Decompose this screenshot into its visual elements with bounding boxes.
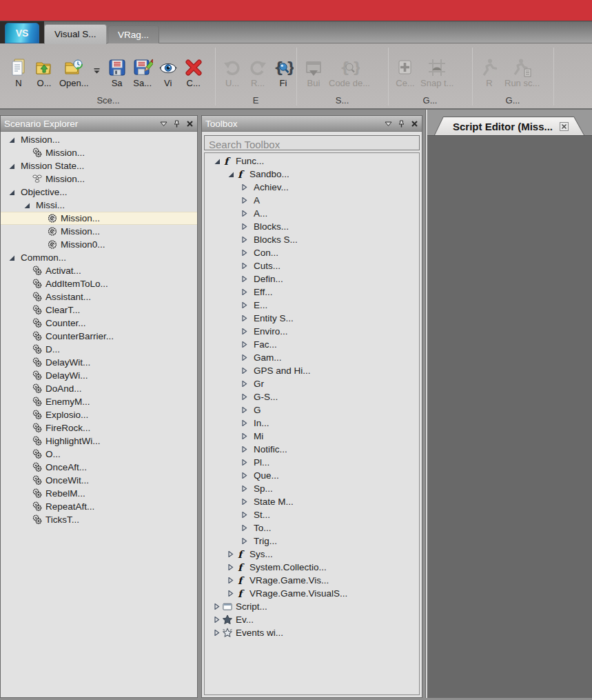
tree-item-mission0[interactable]: Mission0... — [1, 238, 197, 251]
expander-collapsed-icon[interactable] — [239, 263, 249, 269]
tree-item-missi[interactable]: Missi... — [1, 199, 197, 212]
script-editor-content[interactable] — [427, 135, 592, 698]
tree-item-ev[interactable]: Ev... — [205, 613, 419, 626]
tree-item-defin[interactable]: Defin... — [205, 272, 419, 286]
tree-item-con[interactable]: Con... — [205, 246, 419, 259]
window-position-icon[interactable] — [385, 120, 392, 128]
tree-item-mission-state[interactable]: Mission State... — [1, 159, 197, 172]
expander-collapsed-icon[interactable] — [239, 472, 249, 479]
expander-expanded-icon[interactable] — [212, 158, 222, 165]
expander-collapsed-icon[interactable] — [239, 250, 249, 256]
tree-item-counter[interactable]: Counter... — [1, 317, 197, 330]
tree-item-counterbarrier[interactable]: CounterBarrier... — [1, 330, 197, 343]
tree-item-vrage-game-visuals[interactable]: fVRage.Game.VisualS... — [205, 587, 419, 600]
tree-item-system-collectio[interactable]: fSystem.Collectio... — [205, 561, 419, 574]
tree-item-pl[interactable]: Pl... — [205, 456, 419, 469]
expander-collapsed-icon[interactable] — [239, 433, 249, 439]
app-logo-button[interactable]: VS — [5, 23, 39, 43]
ribbon-tab-visual-scripting[interactable]: Visual S... — [44, 24, 107, 44]
toolbox-search-input[interactable] — [205, 136, 419, 150]
ribbon-button-open[interactable]: Open... — [59, 57, 89, 88]
tree-item-objective[interactable]: Objective... — [1, 186, 197, 199]
expander-collapsed-icon[interactable] — [239, 446, 249, 452]
tree-item-sys[interactable]: fSys... — [205, 548, 419, 561]
ribbon-button-c[interactable]: C... — [183, 57, 204, 88]
tree-item-g-s[interactable]: G-S... — [205, 390, 419, 403]
expander-collapsed-icon[interactable] — [225, 577, 236, 583]
tree-item-repeataft[interactable]: RepeatAft... — [1, 500, 197, 513]
tree-item-a[interactable]: A — [205, 194, 419, 207]
pin-icon[interactable] — [398, 120, 405, 128]
ribbon-button-vi[interactable]: Vi — [158, 57, 178, 88]
tree-item-mission[interactable]: Mission... — [1, 172, 197, 186]
tree-item-mi[interactable]: Mi — [205, 430, 419, 443]
expander-collapsed-icon[interactable] — [239, 210, 249, 217]
tree-item-script[interactable]: Script... — [205, 600, 419, 613]
expander-collapsed-icon[interactable] — [239, 328, 249, 334]
expander-collapsed-icon[interactable] — [239, 223, 249, 230]
expander-expanded-icon[interactable] — [6, 137, 17, 143]
expander-collapsed-icon[interactable] — [239, 381, 249, 387]
tree-item-st[interactable]: St... — [205, 508, 419, 521]
ribbon-button-n[interactable]: N — [8, 57, 29, 88]
tree-item-mission[interactable]: Mission... — [1, 212, 197, 225]
expander-collapsed-icon[interactable] — [239, 315, 249, 321]
tree-item-fac[interactable]: Fac... — [205, 338, 419, 351]
tree-item-gr[interactable]: Gr — [205, 377, 419, 390]
ribbon-button-o[interactable]: O... — [34, 57, 54, 88]
tree-item-in[interactable]: In... — [205, 417, 419, 430]
tree-item-vrage-game-vis[interactable]: fVRage.Game.Vis... — [205, 574, 419, 587]
expander-collapsed-icon[interactable] — [239, 276, 249, 282]
expander-collapsed-icon[interactable] — [239, 197, 249, 203]
expander-collapsed-icon[interactable] — [239, 394, 249, 400]
expander-collapsed-icon[interactable] — [225, 590, 236, 597]
tree-item-blocks-s[interactable]: Blocks S... — [205, 233, 419, 246]
tree-item-delaywit[interactable]: DelayWit... — [1, 356, 197, 369]
tree-item-mission[interactable]: Mission... — [1, 225, 197, 238]
tree-item-d[interactable]: D... — [1, 343, 197, 356]
ribbon-tab-vrage[interactable]: VRag... — [108, 26, 159, 43]
expander-collapsed-icon[interactable] — [239, 407, 249, 413]
tree-item-to[interactable]: To... — [205, 521, 419, 534]
script-editor-tab[interactable]: Script Editor (Miss... — [434, 117, 584, 135]
tree-item-onceaft[interactable]: OnceAft... — [1, 461, 197, 474]
tree-item-sp[interactable]: Sp... — [205, 482, 419, 495]
expander-collapsed-icon[interactable] — [239, 302, 249, 308]
tree-item-activat[interactable]: Activat... — [1, 264, 197, 277]
expander-collapsed-icon[interactable] — [212, 603, 222, 610]
tree-item-que[interactable]: Que... — [205, 469, 419, 482]
tree-item-oncewit[interactable]: OnceWit... — [1, 474, 197, 487]
tree-item-o[interactable]: O... — [1, 448, 197, 461]
close-icon[interactable] — [411, 120, 418, 128]
pin-icon[interactable] — [173, 120, 181, 128]
expander-collapsed-icon[interactable] — [239, 499, 249, 505]
ribbon-button-sa[interactable]: Sa — [107, 57, 127, 88]
dropdown-caret-icon[interactable] — [94, 64, 100, 77]
window-position-icon[interactable] — [160, 120, 167, 128]
tree-item-explosio[interactable]: Explosio... — [1, 408, 197, 421]
tree-item-gps-and-hi[interactable]: GPS and Hi... — [205, 364, 419, 377]
tree-item-entity-s[interactable]: Entity S... — [205, 312, 419, 325]
expander-collapsed-icon[interactable] — [239, 184, 249, 190]
expander-collapsed-icon[interactable] — [239, 237, 249, 243]
tree-item-cleart[interactable]: ClearT... — [1, 303, 197, 317]
tree-item-highlightwi[interactable]: HighlightWi... — [1, 434, 197, 448]
tree-item-a[interactable]: A... — [205, 207, 419, 220]
tree-item-e[interactable]: E... — [205, 299, 419, 312]
window-title-bar[interactable] — [0, 0, 592, 21]
tree-item-rebelm[interactable]: RebelM... — [1, 487, 197, 500]
tree-item-mission[interactable]: Mission... — [1, 146, 197, 159]
expander-collapsed-icon[interactable] — [212, 630, 222, 636]
expander-collapsed-icon[interactable] — [239, 368, 249, 374]
tree-item-enemym[interactable]: EnemyM... — [1, 395, 197, 408]
expander-collapsed-icon[interactable] — [239, 354, 249, 361]
tree-item-assistant[interactable]: Assistant... — [1, 290, 197, 303]
tree-item-achiev[interactable]: Achiev... — [205, 181, 419, 194]
tree-item-tickst[interactable]: TicksT... — [1, 513, 197, 526]
tree-item-state-m[interactable]: State M... — [205, 495, 419, 508]
tree-item-g[interactable]: G — [205, 403, 419, 417]
tree-item-mission[interactable]: Mission... — [1, 133, 197, 146]
tree-item-doand[interactable]: DoAnd... — [1, 382, 197, 395]
expander-collapsed-icon[interactable] — [239, 486, 249, 492]
expander-collapsed-icon[interactable] — [239, 538, 249, 544]
